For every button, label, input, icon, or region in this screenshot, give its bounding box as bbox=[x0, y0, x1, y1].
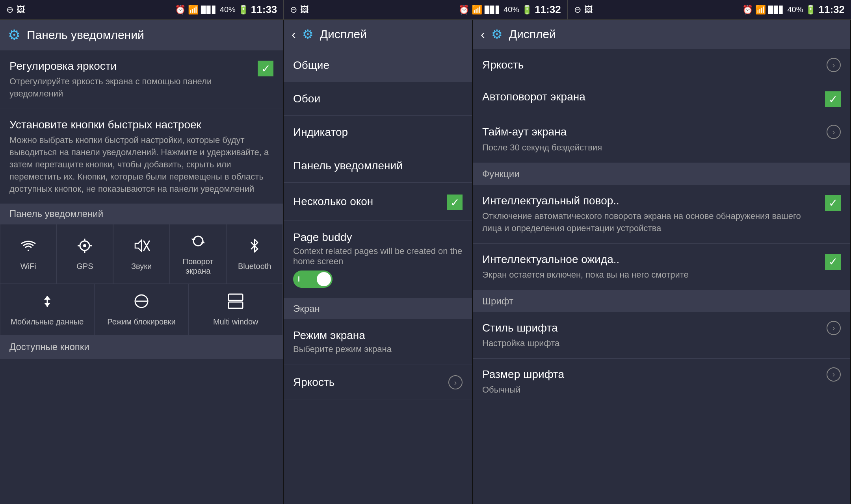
font-size-desc: Обычный bbox=[482, 384, 827, 396]
battery-percent-1: 40% bbox=[220, 5, 236, 14]
font-style-item[interactable]: Стиль шрифта Настройка шрифта › bbox=[473, 312, 850, 359]
panel2-settings-icon: ⚙ bbox=[302, 27, 314, 42]
menu-wallpaper-title: Обои bbox=[293, 93, 463, 105]
menu-notification-panel-title: Панель уведомлений bbox=[293, 159, 463, 172]
toggle-knob bbox=[317, 272, 331, 286]
menu-screen-mode-title: Режим экрана bbox=[293, 329, 463, 342]
brightness-detail-item[interactable]: Яркость › bbox=[473, 49, 850, 81]
svg-rect-17 bbox=[229, 294, 243, 300]
brightness-checkbox[interactable]: ✓ bbox=[258, 61, 273, 76]
block-mode-icon bbox=[133, 293, 150, 314]
smart-wait-desc: Экран остается включен, пока вы на него … bbox=[482, 269, 820, 281]
menu-item-page-buddy[interactable]: Page buddy Context related pages will be… bbox=[284, 221, 472, 298]
font-size-chevron: › bbox=[827, 367, 841, 382]
signal-icon-2: ▉▊▋ bbox=[485, 6, 501, 14]
sound-quick-icon bbox=[133, 237, 150, 258]
wifi-quick-icon bbox=[20, 237, 37, 258]
battery-icon-3: 🔋 bbox=[805, 5, 816, 15]
alarm-icon-3: ⏰ bbox=[742, 5, 753, 15]
font-size-item[interactable]: Размер шрифта Обычный › bbox=[473, 359, 850, 405]
panel-display-menu: ‹ ⚙ Дисплей Общие Обои Индикатор Панель … bbox=[284, 20, 473, 504]
auto-rotate-check-icon: ✓ bbox=[829, 93, 838, 106]
minus-icon-1: ⊖ bbox=[6, 5, 13, 15]
rotate-quick-btn[interactable]: Поворот экрана bbox=[170, 224, 227, 284]
panel3-back-arrow[interactable]: ‹ bbox=[481, 27, 485, 42]
menu-general-title: Общие bbox=[293, 59, 463, 72]
auto-rotate-title: Автоповорот экрана bbox=[482, 90, 820, 104]
menu-item-notification-panel[interactable]: Панель уведомлений bbox=[284, 149, 472, 183]
minus-icon-2: ⊖ bbox=[290, 5, 297, 15]
gps-quick-icon bbox=[76, 237, 93, 258]
font-style-title: Стиль шрифта bbox=[482, 321, 827, 335]
smart-wait-item[interactable]: Интеллектуальное ожида.. Экран остается … bbox=[473, 244, 850, 290]
rotate-quick-label: Поворот экрана bbox=[174, 257, 222, 276]
multi-window-label: Multi window bbox=[213, 317, 258, 326]
menu-item-brightness[interactable]: Яркость › bbox=[284, 365, 472, 400]
multi-window-btn[interactable]: Multi window bbox=[189, 284, 283, 335]
wifi-quick-btn[interactable]: WiFi bbox=[0, 224, 57, 284]
quick-buttons-text: Установите кнопки быстрых настроек Можно… bbox=[9, 118, 273, 195]
svg-marker-14 bbox=[44, 303, 50, 307]
smart-wait-checkbox[interactable]: ✓ bbox=[825, 254, 841, 270]
brightness-item[interactable]: Регулировка яркости Отрегулируйте яркост… bbox=[0, 50, 283, 109]
signal-icon-1: ▉▊▋ bbox=[201, 6, 217, 14]
timeout-desc: После 30 секунд бездействия bbox=[482, 142, 827, 154]
gps-quick-btn[interactable]: GPS bbox=[57, 224, 113, 284]
quick-buttons-item[interactable]: Установите кнопки быстрых настроек Можно… bbox=[0, 109, 283, 204]
smart-rotate-checkbox[interactable]: ✓ bbox=[825, 195, 841, 211]
font-style-text: Стиль шрифта Настройка шрифта bbox=[482, 321, 827, 350]
font-style-desc: Настройка шрифта bbox=[482, 337, 827, 350]
wifi-quick-label: WiFi bbox=[20, 261, 36, 271]
menu-item-screen-mode[interactable]: Режим экрана Выберите режим экрана bbox=[284, 319, 472, 365]
font-style-chevron: › bbox=[827, 321, 841, 335]
smart-rotate-item[interactable]: Интеллектуальный повор.. Отключение авто… bbox=[473, 185, 850, 244]
image-icon-1: 🖼 bbox=[17, 5, 25, 15]
panel-display-detail: ‹ ⚙ Дисплей Яркость › Автоповорот экрана… bbox=[473, 20, 851, 504]
brightness-text: Регулировка яркости Отрегулируйте яркост… bbox=[9, 59, 253, 100]
brightness-detail-chevron: › bbox=[827, 58, 841, 72]
block-mode-btn[interactable]: Режим блокировки bbox=[94, 284, 188, 335]
menu-item-general[interactable]: Общие bbox=[284, 49, 472, 82]
available-buttons-label: Доступные кнопки bbox=[0, 335, 283, 359]
menu-brightness-title: Яркость bbox=[293, 376, 334, 389]
auto-rotate-item[interactable]: Автоповорот экрана ✓ bbox=[473, 81, 850, 116]
menu-item-wallpaper[interactable]: Обои bbox=[284, 82, 472, 116]
status-right-3: ⏰ 📶 ▉▊▋ 40% 🔋 11:32 bbox=[742, 4, 845, 16]
multiwindow-checkbox[interactable]: ✓ bbox=[447, 195, 463, 210]
bluetooth-quick-btn[interactable]: Bluetooth bbox=[226, 224, 283, 284]
panel3-scroll[interactable]: Яркость › Автоповорот экрана ✓ Тайм-аут … bbox=[473, 49, 850, 504]
minus-icon-3: ⊖ bbox=[574, 5, 581, 15]
panel1-scroll[interactable]: Регулировка яркости Отрегулируйте яркост… bbox=[0, 50, 283, 504]
menu-item-multiwindow[interactable]: Несколько окон ✓ bbox=[284, 183, 472, 221]
status-section-2: ⊖ 🖼 ⏰ 📶 ▉▊▋ 40% 🔋 11:32 bbox=[283, 0, 567, 20]
status-bar: ⊖ 🖼 ⏰ 📶 ▉▊▋ 40% 🔋 11:33 ⊖ 🖼 ⏰ 📶 ▉▊▋ 40% … bbox=[0, 0, 851, 20]
panel3-settings-icon: ⚙ bbox=[491, 27, 503, 42]
panel1-header: ⚙ Панель уведомлений bbox=[0, 20, 283, 50]
brightness-title: Регулировка яркости bbox=[9, 59, 253, 73]
smart-rotate-check-icon: ✓ bbox=[829, 196, 838, 209]
wifi-icon-3: 📶 bbox=[755, 5, 766, 15]
panel2-scroll[interactable]: Общие Обои Индикатор Панель уведомлений … bbox=[284, 49, 472, 504]
svg-marker-10 bbox=[201, 241, 205, 243]
timeout-item[interactable]: Тайм-аут экрана После 30 секунд бездейст… bbox=[473, 116, 850, 163]
battery-percent-2: 40% bbox=[504, 5, 519, 14]
status-left-1: ⊖ 🖼 bbox=[6, 5, 25, 15]
auto-rotate-checkbox[interactable]: ✓ bbox=[825, 91, 841, 107]
smart-rotate-text: Интеллектуальный повор.. Отключение авто… bbox=[482, 194, 820, 235]
page-buddy-toggle[interactable]: I bbox=[293, 271, 333, 288]
menu-item-indicator[interactable]: Индикатор bbox=[284, 116, 472, 149]
smart-wait-check-icon: ✓ bbox=[829, 255, 838, 268]
battery-percent-3: 40% bbox=[787, 5, 803, 14]
multiwindow-toggle-container: Несколько окон ✓ bbox=[293, 193, 463, 210]
panel2-back-arrow[interactable]: ‹ bbox=[292, 27, 296, 42]
gps-quick-label: GPS bbox=[76, 261, 93, 271]
multi-window-icon bbox=[227, 293, 244, 314]
sound-quick-btn[interactable]: Звуки bbox=[113, 224, 170, 284]
font-size-title: Размер шрифта bbox=[482, 367, 827, 382]
page-buddy-toggle-row: I bbox=[293, 271, 463, 288]
quick-buttons-title: Установите кнопки быстрых настроек bbox=[9, 118, 273, 132]
status-right-2: ⏰ 📶 ▉▊▋ 40% 🔋 11:32 bbox=[459, 4, 561, 16]
notification-panel-section-label: Панель уведомлений bbox=[0, 204, 283, 224]
menu-multiwindow-title: Несколько окон bbox=[293, 195, 373, 208]
mobile-data-btn[interactable]: Мобильные данные bbox=[0, 284, 94, 335]
